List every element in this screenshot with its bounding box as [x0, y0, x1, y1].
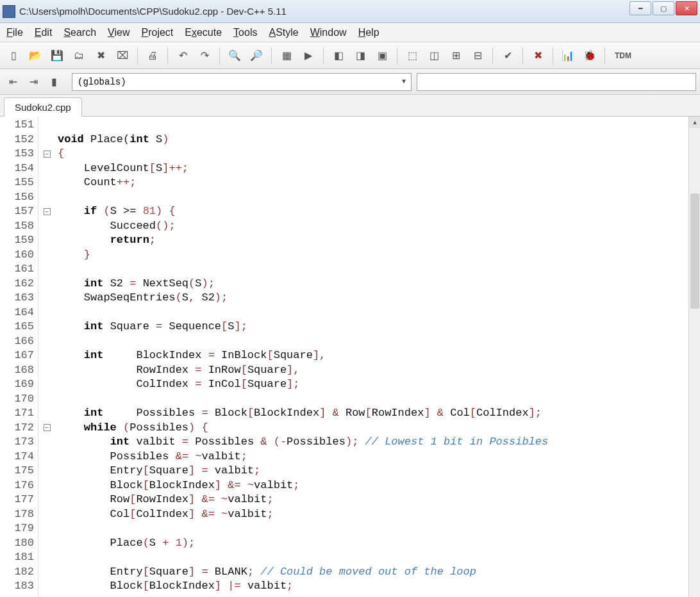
debug-next-icon[interactable]: ◨	[351, 46, 370, 65]
menu-project[interactable]: Project	[141, 27, 173, 38]
debug-step-icon[interactable]: ◧	[329, 46, 348, 65]
window-buttons: ━ ▢ ✕	[629, 1, 697, 15]
toolbar-separator	[323, 47, 324, 64]
line-number-gutter: 151 152 153 154 155 156 157 158 159 160 …	[0, 117, 38, 597]
print-icon[interactable]: 🖨	[143, 46, 162, 65]
tab-file[interactable]: Sudoku2.cpp	[4, 97, 82, 117]
menu-file[interactable]: File	[6, 27, 23, 38]
check-icon[interactable]: ✔	[498, 46, 517, 65]
menu-window[interactable]: Window	[310, 27, 347, 38]
toolbar-separator	[604, 47, 605, 64]
open-file-icon[interactable]: 📂	[26, 46, 45, 65]
menu-search[interactable]: Search	[63, 27, 96, 38]
run-icon[interactable]: ▶	[299, 46, 318, 65]
menu-astyle[interactable]: AStyle	[269, 27, 298, 38]
minimize-button[interactable]: ━	[629, 1, 651, 15]
compiler-selector[interactable]: TDM	[610, 46, 636, 65]
tab-bar: Sudoku2.cpp	[0, 95, 700, 117]
delete-icon[interactable]: ✖	[528, 46, 547, 65]
menu-bar: File Edit Search View Project Execute To…	[0, 23, 700, 42]
find-icon[interactable]: 🔍	[225, 46, 244, 65]
toolbar-separator	[137, 47, 138, 64]
vertical-scrollbar[interactable]: ▲	[688, 117, 700, 597]
fold-toggle-icon[interactable]: −	[44, 208, 51, 215]
profile-icon[interactable]: 📊	[558, 46, 578, 65]
undo-icon[interactable]: ↶	[173, 46, 192, 65]
toolbar-separator	[167, 47, 168, 64]
project-options-icon[interactable]: ◫	[424, 46, 444, 65]
window-title: C:\Users\pmolh\Documents\CPP\Sudoku2.cpp…	[19, 6, 287, 17]
close-all-icon[interactable]: ⌧	[113, 46, 132, 65]
scope-dropdown[interactable]: (globals) ▼	[72, 73, 412, 91]
toolbar-separator	[492, 47, 493, 64]
scroll-thumb[interactable]	[690, 193, 699, 309]
goto-forward-icon[interactable]: ⇥	[24, 73, 42, 91]
debug-icon[interactable]: 🐞	[580, 46, 599, 65]
menu-tools[interactable]: Tools	[233, 27, 257, 38]
app-icon	[3, 5, 15, 18]
remove-file-icon[interactable]: ⊟	[468, 46, 487, 65]
tab-label: Sudoku2.cpp	[15, 102, 71, 113]
menu-view[interactable]: View	[108, 27, 129, 38]
chevron-down-icon: ▼	[402, 78, 406, 85]
scroll-up-icon[interactable]: ▲	[689, 117, 700, 128]
bookmark-icon[interactable]: ▮	[45, 73, 63, 91]
redo-icon[interactable]: ↷	[195, 46, 214, 65]
goto-back-icon[interactable]: ⇤	[4, 73, 22, 91]
close-file-icon[interactable]: ✖	[91, 46, 110, 65]
menu-execute[interactable]: Execute	[185, 27, 222, 38]
toolbar-separator	[219, 47, 220, 64]
replace-icon[interactable]: 🔎	[247, 46, 266, 65]
new-file-icon[interactable]: ▯	[4, 46, 23, 65]
main-toolbar: ▯ 📂 💾 🗂 ✖ ⌧ 🖨 ↶ ↷ 🔍 🔎 ▦ ▶ ◧ ◨ ▣ ⬚ ◫ ⊞ ⊟ …	[0, 42, 700, 69]
toolbar-separator	[397, 47, 397, 64]
new-project-icon[interactable]: ⬚	[403, 46, 422, 65]
save-icon[interactable]: 💾	[47, 46, 67, 65]
fold-toggle-icon[interactable]: −	[44, 151, 51, 158]
scope-value: (globals)	[78, 77, 126, 87]
menu-edit[interactable]: Edit	[35, 27, 53, 38]
add-file-icon[interactable]: ⊞	[446, 46, 465, 65]
debug-into-icon[interactable]: ▣	[372, 46, 392, 65]
scope-bar: ⇤ ⇥ ▮ (globals) ▼	[0, 69, 700, 95]
maximize-button[interactable]: ▢	[653, 1, 674, 15]
code-area[interactable]: void Place(int S) { LevelCount[S]++; Cou…	[55, 117, 700, 597]
compile-icon[interactable]: ▦	[277, 46, 296, 65]
code-editor[interactable]: 151 152 153 154 155 156 157 158 159 160 …	[0, 117, 700, 597]
toolbar-separator	[271, 47, 272, 64]
fold-column: −−−	[38, 117, 55, 597]
title-bar: C:\Users\pmolh\Documents\CPP\Sudoku2.cpp…	[0, 0, 700, 23]
toolbar-separator	[553, 47, 553, 64]
save-all-icon[interactable]: 🗂	[69, 46, 88, 65]
menu-help[interactable]: Help	[358, 27, 379, 38]
member-dropdown[interactable]	[417, 73, 696, 91]
toolbar-separator	[522, 47, 523, 64]
fold-toggle-icon[interactable]: −	[44, 424, 51, 431]
close-button[interactable]: ✕	[676, 1, 697, 15]
